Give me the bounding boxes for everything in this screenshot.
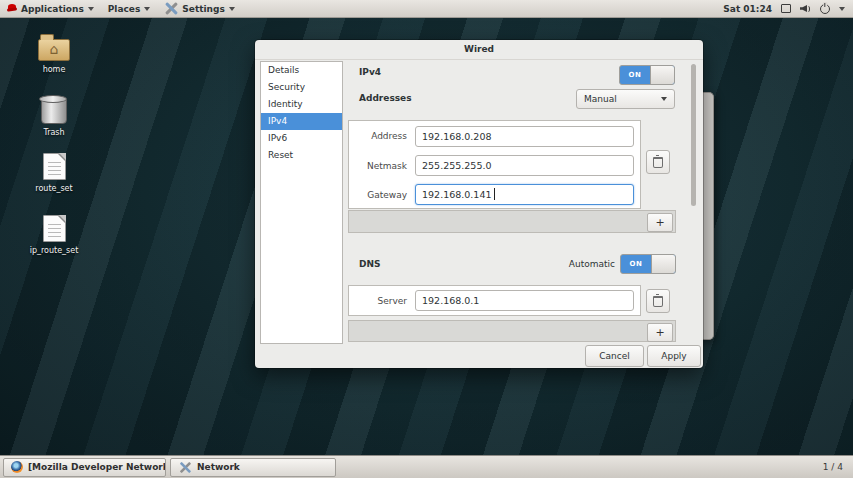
dns-automatic-label: Automatic <box>569 259 615 269</box>
workspace-indicator[interactable]: 1 / 4 <box>823 462 853 472</box>
toggle-knob <box>650 66 674 84</box>
places-menu[interactable]: Places <box>101 0 158 17</box>
delete-address-button[interactable] <box>646 150 670 174</box>
toggle-knob <box>651 255 675 273</box>
applications-menu-label: Applications <box>21 4 84 14</box>
addresses-section-label: Addresses <box>359 93 412 103</box>
desktop-icon-label: route_set <box>35 184 72 193</box>
dns-automatic-toggle[interactable]: ON <box>620 254 676 274</box>
taskbar-window-title: [Mozilla Developer Network – Mo... <box>28 462 166 472</box>
sidebar-item-ipv4[interactable]: IPv4 <box>261 113 342 130</box>
settings-menu[interactable]: Settings <box>157 0 241 17</box>
dialog-title: Wired <box>255 40 703 60</box>
netmask-label: Netmask <box>355 161 407 171</box>
chevron-down-icon <box>144 7 150 11</box>
volume-icon[interactable] <box>800 4 811 13</box>
gateway-label: Gateway <box>355 190 407 200</box>
ipv4-section-label: IPv4 <box>359 67 381 77</box>
network-settings-icon <box>179 461 192 473</box>
netmask-input[interactable] <box>415 155 634 176</box>
sidebar-item-reset[interactable]: Reset <box>261 147 342 164</box>
desktop-icon-label: ip_route_set <box>30 246 79 255</box>
address-toolbar: + <box>348 210 676 233</box>
document-icon <box>43 215 66 242</box>
wired-settings-dialog: Wired Details Security Identity IPv4 IPv… <box>255 40 703 368</box>
settings-menu-label: Settings <box>182 4 224 14</box>
sidebar-item-security[interactable]: Security <box>261 79 342 96</box>
server-row: Server <box>349 286 640 315</box>
add-dns-server-button[interactable]: + <box>647 323 673 342</box>
gateway-input[interactable] <box>415 184 634 205</box>
trash-icon <box>653 296 663 307</box>
server-label: Server <box>355 296 407 306</box>
screen-icon[interactable] <box>781 4 791 13</box>
ipv4-on-toggle[interactable]: ON <box>619 65 675 85</box>
address-input[interactable] <box>415 126 634 147</box>
document-icon <box>43 153 66 180</box>
settings-sidebar: Details Security Identity IPv4 IPv6 Rese… <box>260 61 343 344</box>
address-label: Address <box>355 131 407 141</box>
toggle-on-label: ON <box>620 66 650 84</box>
clock[interactable]: Sat 01:24 <box>723 4 772 14</box>
firefox-icon <box>11 461 23 473</box>
power-icon[interactable] <box>820 4 830 14</box>
taskbar-window-firefox[interactable]: [Mozilla Developer Network – Mo... <box>3 458 166 477</box>
redhat-logo-icon <box>7 4 17 13</box>
address-method-dropdown[interactable]: Manual <box>576 89 675 109</box>
chevron-down-icon <box>229 7 235 11</box>
top-bar-status-area: Sat 01:24 <box>723 4 853 14</box>
desktop-icon-label: Trash <box>43 128 64 137</box>
add-address-button[interactable]: + <box>647 213 673 232</box>
desktop-icon-label: home <box>43 65 66 74</box>
trash-bin-icon <box>41 98 67 124</box>
dns-panel: Server <box>348 285 641 316</box>
sidebar-item-details[interactable]: Details <box>261 62 342 79</box>
dns-server-input[interactable] <box>415 290 634 311</box>
chevron-down-icon[interactable] <box>839 7 845 11</box>
dialog-scrollbar[interactable] <box>691 64 696 206</box>
desktop-icon-route-set[interactable]: route_set <box>22 153 86 193</box>
dns-toolbar: + <box>348 320 676 342</box>
addresses-panel: Address Netmask Gateway <box>348 120 641 209</box>
desktop-icon-home[interactable]: home <box>22 33 86 74</box>
text-cursor <box>494 188 495 200</box>
address-row: Address <box>349 121 640 151</box>
address-method-value: Manual <box>584 94 617 104</box>
settings-tools-icon <box>164 2 178 15</box>
dns-section-label: DNS <box>359 259 381 269</box>
taskbar-window-title: Network <box>197 462 240 472</box>
cancel-button[interactable]: Cancel <box>585 345 644 367</box>
desktop-icon-trash[interactable]: Trash <box>22 94 86 137</box>
desktop-icon-ip-route-set[interactable]: ip_route_set <box>22 215 86 255</box>
bottom-taskbar: [Mozilla Developer Network – Mo... Netwo… <box>0 455 853 478</box>
chevron-down-icon <box>88 7 94 11</box>
toggle-on-label: ON <box>621 255 651 273</box>
taskbar-window-network[interactable]: Network <box>170 458 336 477</box>
places-menu-label: Places <box>108 4 141 14</box>
top-bar: Applications Places Settings Sat 01:24 <box>0 0 853 18</box>
home-folder-icon <box>38 39 70 61</box>
apply-button[interactable]: Apply <box>647 345 701 367</box>
sidebar-item-identity[interactable]: Identity <box>261 96 342 113</box>
delete-dns-server-button[interactable] <box>646 289 670 313</box>
netmask-row: Netmask <box>349 151 640 180</box>
desktop-screen: Applications Places Settings Sat 01:24 h… <box>0 0 853 478</box>
applications-menu[interactable]: Applications <box>0 0 101 17</box>
trash-icon <box>653 157 663 168</box>
chevron-down-icon <box>661 97 667 101</box>
sidebar-item-ipv6[interactable]: IPv6 <box>261 130 342 147</box>
